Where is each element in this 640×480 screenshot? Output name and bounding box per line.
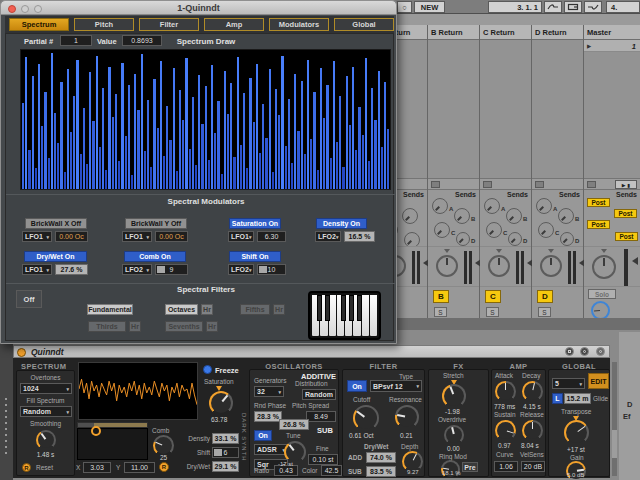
density-field[interactable]: 33.1 % [212,433,239,444]
release-value[interactable]: 8.04 s [521,442,539,449]
new-button[interactable]: NEW [414,1,445,13]
add-field[interactable]: 74.0 % [366,452,396,463]
track-header-b-return[interactable]: B Return [428,25,479,40]
smoothing-knob[interactable] [36,430,56,450]
volume-fader-handle[interactable] [632,257,638,265]
filter-sub-field[interactable]: 83.5 % [366,466,396,477]
drywet-lfo-dropdown[interactable]: LFO1▾ [22,264,52,275]
gain-value[interactable]: 5.0 dB [567,472,584,478]
fifths-hr-button[interactable]: Hr [273,304,285,315]
freeze-icon[interactable] [203,365,212,374]
shift-field[interactable]: 6 [212,447,239,458]
send-knob-a[interactable] [484,198,500,214]
stop-row-master[interactable]: ▶▮ [584,178,640,190]
ringmod-pre-button[interactable]: Pre [462,462,478,472]
xy-pad[interactable] [77,428,148,460]
post-toggle-c[interactable]: Post [587,220,610,229]
clip-stop-button[interactable] [431,181,440,188]
osc-on-button[interactable]: On [254,430,272,441]
sustain-knob[interactable] [495,420,516,441]
filter-type-dropdown[interactable]: BPsvf 12▾ [370,380,422,392]
stretch-knob[interactable] [442,384,466,408]
brickwall-x-value[interactable]: 0.00 Oc [55,231,88,242]
spectrum-draw-canvas[interactable] [20,49,391,190]
x-field[interactable]: 3.03 [83,462,111,473]
thirds-button[interactable]: Thirds [88,321,126,332]
loop-button[interactable] [564,1,582,13]
brickwall-y-lfo-dropdown[interactable]: LFO1▾ [122,231,152,242]
tab-modulators[interactable]: Modulators [269,18,329,31]
master-pan-knob[interactable] [592,255,616,279]
tab-global[interactable]: Global [334,18,394,31]
sustain-value[interactable]: 0.97 [498,442,511,449]
brickwall-x-button[interactable]: BrickWall X Off [25,218,87,229]
clip-slots-c[interactable] [480,40,531,178]
decay-value[interactable]: 4.15 s [523,403,541,410]
curve-field[interactable]: 1.06 [494,461,518,472]
stop-all-clips-button[interactable]: ▶▮ [615,180,637,189]
drywet-field[interactable]: 29.1 % [212,461,239,472]
attack-knob[interactable] [495,381,516,402]
osc-mix-slider[interactable]: 26.8 % [279,419,309,430]
send-knob-b[interactable] [506,208,522,224]
pan-knob[interactable] [540,255,562,277]
thirds-hr-button[interactable]: Hr [129,321,141,332]
pan-knob[interactable] [436,255,458,277]
velsens-field[interactable]: 20 dB [521,461,545,472]
device-power-icon[interactable] [17,348,26,357]
track-header-d-return[interactable]: D Return [532,25,583,40]
brickwall-y-value[interactable]: 0.00 Oc [155,231,188,242]
send-knob-b[interactable] [454,208,470,224]
track-activator-button[interactable]: D [537,290,553,303]
device-scrollbar[interactable] [612,362,617,476]
black-key[interactable] [357,295,362,321]
track-activator-button[interactable]: C [485,290,501,303]
overtones-dropdown[interactable]: 1024▾ [20,383,72,394]
punch-out-button[interactable] [584,1,602,13]
scrollbar-thumb[interactable] [612,430,617,458]
send-knob-a[interactable] [432,198,448,214]
pitch-spread-field[interactable]: 8.49 [306,411,336,422]
solo-button[interactable]: S [538,307,551,317]
device-view-grip[interactable] [0,330,13,480]
pan-knob[interactable] [488,255,510,277]
save-preset-icon[interactable] [596,347,605,356]
y-field[interactable]: 11.00 [124,462,155,473]
black-key[interactable] [317,295,322,321]
transpose-knob[interactable] [564,420,589,445]
send-knob-c[interactable] [434,222,450,238]
arrangement-position-display[interactable]: 3. 1. 1 [488,1,542,13]
fine-field[interactable]: 0.10 st [308,454,338,465]
clip-stop-button[interactable] [535,181,544,188]
comb-knob[interactable] [153,435,174,456]
freeze-label[interactable]: Freeze [215,366,239,375]
density-on-button[interactable]: Density On [316,218,367,229]
fifths-button[interactable]: Fifths [240,304,270,315]
rnd-phase-field[interactable]: 28.3 % [254,411,282,422]
send-knob[interactable] [402,208,418,224]
punch-in-button[interactable] [544,1,562,13]
saturation-knob[interactable] [209,391,233,415]
black-key[interactable] [325,295,330,321]
drywet-on-button[interactable]: Dry/Wet On [24,251,87,262]
stop-all-square[interactable] [587,181,596,188]
attack-value[interactable]: 778 ms [494,403,515,410]
shift-on-button[interactable]: Shift On [229,251,281,262]
track-activator-button[interactable]: B [433,290,449,303]
xy-pad-handle[interactable] [91,426,101,436]
saturation-on-button[interactable]: Saturation On [229,218,281,229]
session-record-button[interactable]: ○ [397,1,412,13]
device-spectrum-display[interactable] [78,362,198,420]
send-knob-a[interactable] [536,198,552,214]
clip-slots-b[interactable] [428,40,479,178]
send-knob-d[interactable] [508,232,522,246]
depth-value[interactable]: 9.27 [407,469,419,475]
shift-lfo-dropdown[interactable]: LFO2▾ [228,264,254,275]
sevenths-hr-button[interactable]: Hr [206,321,218,332]
density-value[interactable]: 16.5 % [344,231,375,242]
filters-off-button[interactable]: Off [16,290,42,308]
scene-slot-1[interactable]: ▶ 1 [584,40,640,52]
comb-lfo-dropdown[interactable]: LFO2▾ [122,264,152,275]
brickwall-x-lfo-dropdown[interactable]: LFO1▾ [22,231,52,242]
tab-spectrum[interactable]: Spectrum [9,18,69,31]
